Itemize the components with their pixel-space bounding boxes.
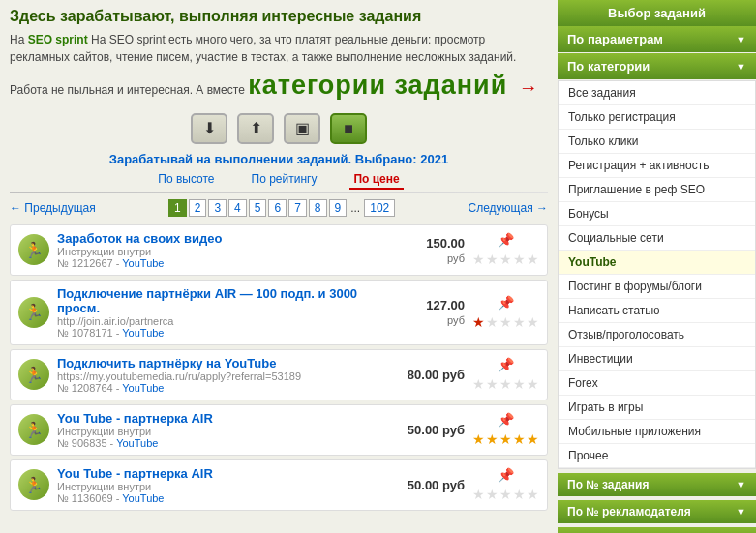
- star: ★: [513, 431, 526, 447]
- sidebar-item-other[interactable]: Прочее: [559, 444, 755, 468]
- star: ★: [472, 431, 485, 447]
- icon-btn-4[interactable]: ■: [330, 113, 367, 144]
- sidebar-item-social[interactable]: Социальные сети: [559, 226, 755, 251]
- next-link[interactable]: Следующая →: [469, 201, 548, 215]
- pin-icon-5[interactable]: 📌: [498, 467, 514, 483]
- star: ★: [486, 314, 499, 330]
- task-title-5[interactable]: You Tube - партнерка AIR: [57, 466, 379, 481]
- star: ★: [527, 314, 539, 330]
- sidebar-item-clicks[interactable]: Только клики: [559, 130, 755, 154]
- task-source-link-3[interactable]: YouTube: [122, 382, 164, 394]
- star: ★: [472, 314, 485, 330]
- page-7[interactable]: 7: [288, 199, 307, 217]
- task-price-area-2: 127.00 руб: [387, 298, 465, 326]
- task-num-5: № 1136069 - YouTube: [57, 492, 379, 504]
- task-row: 🏃 You Tube - партнерка AIR Инструкции вн…: [10, 404, 548, 456]
- task-actions-2: 📌 ★ ★ ★ ★ ★: [472, 295, 539, 330]
- icon-btn-1[interactable]: ⬇: [191, 113, 227, 144]
- selection-header: Выбор заданий: [558, 0, 756, 26]
- task-title-2[interactable]: Подключение партнёрки AIR — 100 подп. и …: [57, 286, 379, 315]
- sidebar-item-reg-activity[interactable]: Регистрация + активность: [559, 154, 755, 178]
- sidebar-item-forex[interactable]: Forex: [559, 371, 755, 396]
- task-title-1[interactable]: Заработок на своих видео: [57, 231, 379, 246]
- task-actions-1: 📌 ★ ★ ★ ★ ★: [472, 232, 539, 267]
- stars-3: ★ ★ ★ ★ ★: [472, 376, 539, 392]
- task-price-4: 50.00 руб: [408, 423, 465, 437]
- categories-header[interactable]: По категории ▼: [558, 53, 756, 79]
- task-price-area-4: 50.00 руб: [387, 423, 465, 437]
- arrow: →: [519, 76, 538, 98]
- task-num-2: № 1078171 - YouTube: [57, 327, 379, 339]
- by-url-header[interactable]: По URL-адресу сайта ▼: [558, 527, 756, 533]
- pin-icon-3[interactable]: 📌: [498, 357, 514, 372]
- stars-4: ★ ★ ★ ★ ★: [472, 431, 539, 447]
- pin-icon-4[interactable]: 📌: [498, 412, 514, 428]
- sidebar-item-ref-seo[interactable]: Приглашение в реф SEO: [559, 178, 755, 202]
- task-price-area-3: 80.00 руб: [387, 368, 465, 382]
- star: ★: [513, 314, 526, 330]
- sidebar-item-article[interactable]: Написать статью: [559, 299, 755, 323]
- task-source-link-1[interactable]: YouTube: [122, 257, 164, 269]
- page-2[interactable]: 2: [189, 199, 207, 217]
- prev-link[interactable]: ← Предыдущая: [10, 201, 96, 215]
- sidebar-item-invest[interactable]: Инвестиции: [559, 347, 755, 371]
- sort-tab-price[interactable]: По цене: [349, 170, 403, 190]
- task-details-4: You Tube - партнерка AIR Инструкции внут…: [57, 411, 379, 449]
- sidebar-item-youtube[interactable]: YouTube: [559, 251, 755, 275]
- chevron-down-icon: ▼: [736, 479, 746, 490]
- sidebar-item-registration[interactable]: Только регистрация: [559, 105, 755, 130]
- task-list: 🏃 Заработок на своих видео Инструкции вн…: [10, 224, 548, 511]
- sidebar-item-all[interactable]: Все задания: [559, 81, 755, 105]
- sidebar-item-mobile[interactable]: Мобильные приложения: [559, 420, 755, 444]
- sidebar-item-bonuses[interactable]: Бонусы: [559, 202, 755, 226]
- page-4[interactable]: 4: [228, 199, 247, 217]
- by-num-header[interactable]: По № задания ▼: [558, 473, 756, 496]
- star: ★: [486, 431, 499, 447]
- page-1[interactable]: 1: [168, 199, 187, 217]
- stars-2: ★ ★ ★ ★ ★: [472, 314, 539, 330]
- sidebar-item-forums[interactable]: Постинг в форумы/блоги: [559, 275, 755, 299]
- task-icon-5: 🏃: [18, 469, 49, 500]
- pin-icon-1[interactable]: 📌: [498, 232, 514, 248]
- star: ★: [499, 376, 512, 392]
- task-source-link-2[interactable]: YouTube: [122, 327, 164, 339]
- task-subtitle-4: Инструкции внутри: [57, 426, 379, 437]
- pin-icon-2[interactable]: 📌: [498, 295, 514, 311]
- task-row: 🏃 Подключение партнёрки AIR — 100 подп. …: [10, 280, 548, 345]
- page-9[interactable]: 9: [329, 199, 348, 217]
- page-6[interactable]: 6: [268, 199, 287, 217]
- task-subtitle-5: Инструкции внутри: [57, 481, 379, 492]
- star: ★: [486, 487, 499, 502]
- sort-tab-rating[interactable]: По рейтингу: [248, 170, 321, 190]
- task-currency-1: руб: [447, 252, 465, 264]
- icon-btn-3[interactable]: ▣: [284, 113, 320, 144]
- task-subtitle-2: http://join.air.io/partnerca: [57, 315, 379, 327]
- sidebar-item-games[interactable]: Играть в игры: [559, 396, 755, 420]
- sidebar: Выбор заданий По параметрам ▼ По категор…: [558, 0, 756, 533]
- task-price-area-5: 50.00 руб: [387, 478, 465, 492]
- task-source-link-4[interactable]: YouTube: [116, 437, 158, 449]
- brand: SEO sprint: [28, 33, 88, 46]
- stars-5: ★ ★ ★ ★ ★: [472, 487, 539, 502]
- chevron-down-icon: ▼: [736, 61, 746, 73]
- by-advertiser-header[interactable]: По № рекламодателя ▼: [558, 500, 756, 523]
- task-actions-4: 📌 ★ ★ ★ ★ ★: [472, 412, 539, 447]
- task-source-link-5[interactable]: YouTube: [122, 492, 164, 504]
- sidebar-item-review[interactable]: Отзыв/проголосовать: [559, 323, 755, 347]
- icon-btn-2[interactable]: ⬆: [237, 113, 274, 144]
- task-title-4[interactable]: You Tube - партнерка AIR: [57, 411, 379, 426]
- page-3[interactable]: 3: [208, 199, 227, 217]
- params-header[interactable]: По параметрам ▼: [558, 26, 756, 52]
- star: ★: [499, 314, 512, 330]
- page-102[interactable]: 102: [364, 199, 395, 217]
- star: ★: [472, 376, 485, 392]
- page-dots: ...: [348, 201, 362, 215]
- task-subtitle-1: Инструкции внутри: [57, 246, 379, 257]
- sort-tab-height[interactable]: По высоте: [154, 170, 218, 190]
- categories-banner-inline: категории заданий: [248, 71, 507, 100]
- task-title-3[interactable]: Подключить партнёрку на YouTube: [57, 356, 379, 370]
- star: ★: [527, 431, 539, 447]
- page-8[interactable]: 8: [309, 199, 327, 217]
- task-subtitle-3: https://my.youtubemedia.ru/ru/apply?refe…: [57, 370, 379, 382]
- page-5[interactable]: 5: [249, 199, 267, 217]
